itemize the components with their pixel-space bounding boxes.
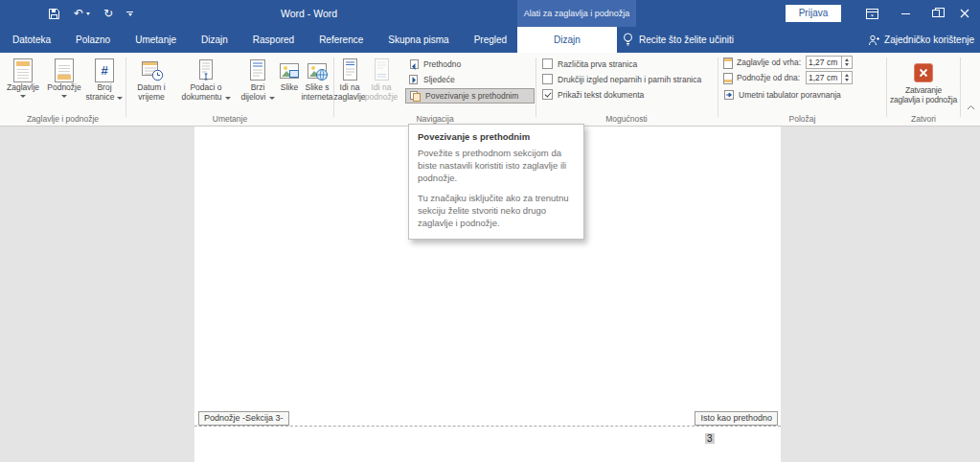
group-navigation: Idi na zaglavlje Idi na podnožje Prethod…	[334, 53, 536, 126]
previous-label: Prethodno	[423, 59, 461, 69]
header-button[interactable]: Zaglavlje	[3, 54, 43, 113]
goto-header-label-line1: Idi na	[340, 82, 360, 92]
link-to-previous-icon	[409, 90, 422, 102]
previous-button[interactable]: Prethodno	[405, 57, 464, 71]
collapse-ribbon-chevron-icon	[967, 104, 975, 110]
date-time-label-line1: Datum i	[137, 82, 165, 92]
tell-me-search[interactable]: Recite što želite učiniti	[623, 27, 734, 53]
tab-home[interactable]: Polazno	[63, 27, 123, 53]
online-pictures-button[interactable]: Slike s interneta	[301, 54, 333, 113]
link-to-previous-label: Povezivanje s prethodnim	[425, 91, 518, 101]
header-from-top-input[interactable]	[806, 56, 842, 69]
insert-alignment-tab-button[interactable]: Umetni tabulator poravnanja	[720, 87, 844, 102]
goto-footer-label-line2: podnožje	[365, 92, 399, 102]
next-button[interactable]: Sljedeće	[405, 72, 458, 86]
restore-button[interactable]	[922, 0, 950, 27]
footer-dropdown-caret-icon	[61, 95, 67, 98]
checkbox-unchecked-icon	[542, 74, 553, 84]
group-options: Različita prva stranica Drukčiji izgled …	[536, 53, 717, 126]
tab-design[interactable]: Dizajn	[189, 27, 240, 53]
footer-button-label: Podnožje	[47, 82, 80, 92]
header-from-top-spinner[interactable]	[842, 56, 853, 69]
collapse-ribbon-button[interactable]	[959, 99, 980, 116]
redo-button[interactable]: ↻	[103, 8, 113, 19]
quick-parts-icon	[248, 58, 267, 82]
customize-quick-access-button[interactable]	[126, 12, 133, 16]
goto-footer-label-line1: Idi na	[372, 82, 392, 92]
footer-section-tag: Podnožje -Sekcija 3-	[198, 411, 289, 426]
share-button[interactable]: Zajedničko korištenje	[868, 27, 974, 53]
close-header-footer-button[interactable]: Zatvaranje zaglavlja i podnožja	[887, 54, 960, 113]
minimize-button[interactable]	[891, 0, 920, 27]
document-info-button[interactable]: Podaci o dokumentu	[176, 54, 236, 113]
customize-quick-access-icon	[126, 12, 133, 12]
page-number-label-line1: Broj	[97, 82, 111, 92]
online-pictures-label-line2: interneta	[301, 92, 332, 102]
online-pictures-label-line1: Slike s	[305, 82, 329, 92]
group-label-insert: Umetanje	[126, 114, 333, 124]
show-document-text-checkbox[interactable]: Prikaži tekst dokumenta	[542, 89, 644, 100]
tab-review[interactable]: Pregled	[462, 27, 519, 53]
goto-header-label-line2: zaglavlje	[333, 92, 365, 102]
footer-from-bottom-row: Podnožje od dna:	[722, 71, 853, 84]
header-dropdown-caret-icon	[20, 95, 26, 98]
footer-from-bottom-label: Podnožje od dna:	[737, 73, 806, 82]
tell-me-label: Recite što želite učiniti	[639, 35, 734, 45]
show-document-text-label: Prikaži tekst dokumenta	[558, 90, 644, 100]
tooltip-paragraph-1: Povežite s prethodnom sekcijom da biste …	[418, 148, 575, 184]
page-number-label-line2: stranice	[86, 92, 124, 102]
goto-header-button[interactable]: Idi na zaglavlje	[334, 54, 365, 113]
footer-from-bottom-spinner[interactable]	[842, 71, 853, 84]
footer-position-icon	[722, 72, 734, 84]
footer-boundary-dashed-line	[194, 426, 781, 427]
tab-layout[interactable]: Raspored	[240, 27, 307, 53]
different-first-page-label: Različita prva stranica	[558, 59, 637, 69]
date-time-icon	[140, 58, 164, 82]
previous-icon	[408, 58, 420, 70]
customize-caret-icon	[128, 13, 132, 16]
header-from-top-label: Zaglavlje od vrha:	[737, 58, 806, 67]
link-to-previous-button[interactable]: Povezivanje s prethodnim	[405, 88, 535, 104]
page-number-caret-icon	[117, 97, 123, 100]
alignment-tab-icon	[723, 89, 735, 101]
page-number-button[interactable]: # Broj stranice	[85, 54, 124, 113]
undo-icon: ↶	[74, 8, 83, 19]
goto-footer-button-disabled: Idi na podnožje	[366, 54, 397, 113]
sign-in-button[interactable]: Prijava	[786, 5, 841, 22]
document-info-caret-icon	[225, 97, 231, 100]
same-as-previous-tag: Isto kao prethodno	[695, 411, 778, 426]
tab-file[interactable]: Datoteka	[0, 27, 63, 53]
group-label-options: Mogućnosti	[536, 114, 717, 124]
page-number-field[interactable]: 3	[705, 433, 715, 444]
ribbon-display-options-icon	[866, 9, 878, 19]
close-window-button[interactable]	[950, 0, 979, 27]
save-button[interactable]	[48, 8, 60, 20]
footer-button[interactable]: Podnožje	[44, 54, 84, 113]
group-insert: Datum i vrijeme Podaci o dokumentu	[126, 53, 333, 126]
different-odd-even-checkbox[interactable]: Drukčiji izgled neparnih i parnih strani…	[542, 74, 701, 84]
date-time-button[interactable]: Datum i vrijeme	[128, 54, 174, 113]
tooltip-link-to-previous: Povezivanje s prethodnim Povežite s pret…	[408, 124, 584, 240]
different-first-page-checkbox[interactable]: Različita prva stranica	[542, 58, 637, 69]
ribbon-display-options-button[interactable]	[857, 0, 886, 27]
restore-icon	[932, 10, 940, 17]
quick-access-toolbar: ↶ ↻	[48, 0, 133, 27]
undo-dropdown-caret-icon	[86, 12, 90, 15]
tab-references[interactable]: Reference	[307, 27, 376, 53]
page-number-icon: #	[95, 58, 114, 82]
pictures-button[interactable]: Slike	[278, 54, 301, 113]
tab-contextual-design-active[interactable]: Dizajn	[517, 27, 617, 53]
quick-parts-label-line1: Brzi	[251, 82, 265, 92]
window-title: Word - Word	[281, 0, 337, 27]
pictures-icon	[278, 60, 301, 82]
tab-mailings[interactable]: Skupna pisma	[376, 27, 461, 53]
footer-from-bottom-input[interactable]	[806, 71, 842, 84]
quick-parts-button[interactable]: Brzi dijelovi	[238, 54, 278, 113]
tab-insert[interactable]: Umetanje	[123, 27, 189, 53]
group-header-footer: Zaglavlje Podnožje # Broj stranice Zagla…	[0, 53, 125, 126]
group-label-header-footer: Zaglavlje i podnožje	[0, 114, 125, 124]
quick-parts-label-line2: dijelovi	[241, 92, 275, 102]
header-from-top-row: Zaglavlje od vrha:	[722, 56, 853, 69]
share-person-icon	[868, 35, 879, 46]
undo-button[interactable]: ↶	[74, 8, 90, 19]
